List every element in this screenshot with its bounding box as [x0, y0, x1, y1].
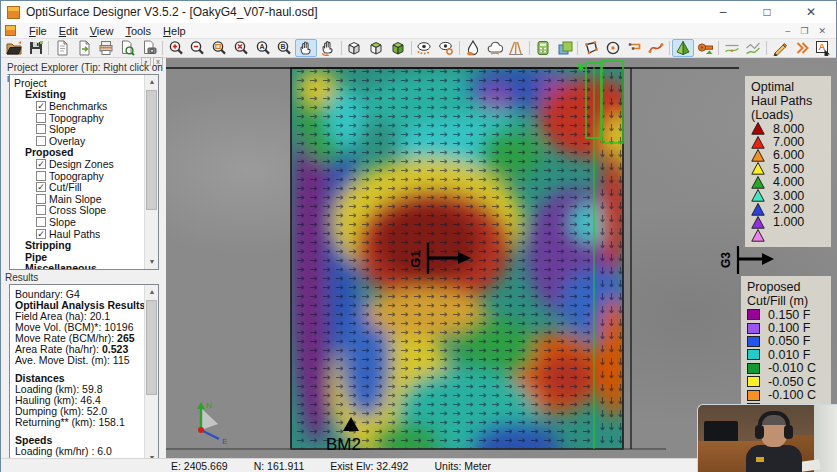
mdi-close-button[interactable]: ✕ — [818, 26, 826, 36]
draw-polygon-button[interactable] — [580, 39, 602, 57]
legend-title: (Loads) — [751, 108, 825, 122]
tree-item-main-slope[interactable]: Main Slope — [10, 193, 144, 205]
menu-help[interactable]: Help — [157, 24, 192, 38]
results-scroll-thumb[interactable] — [146, 300, 157, 395]
checkbox-checked[interactable]: ✓ — [36, 101, 46, 111]
tree-item-stripping[interactable]: Stripping — [10, 239, 144, 251]
menu-view[interactable]: View — [84, 24, 120, 38]
menu-file[interactable]: File — [23, 24, 53, 38]
legend-title: Proposed — [747, 280, 825, 294]
haul-legend-value: 2.000 — [773, 202, 804, 216]
draw-curve-button[interactable] — [646, 39, 668, 57]
save-file-button[interactable] — [25, 39, 47, 57]
view-3d-button[interactable] — [344, 39, 366, 57]
cutfill-legend-entry: -0.010 C — [747, 362, 825, 375]
profile-chart-button[interactable] — [721, 39, 743, 57]
scroll-up-icon[interactable]: ▲ — [145, 285, 159, 299]
results-scrollbar[interactable]: ▲ ▼ — [144, 285, 158, 465]
checkbox-unchecked[interactable] — [36, 113, 46, 123]
haul-legend-entry — [751, 229, 825, 242]
menu-edit[interactable]: Edit — [53, 24, 84, 38]
tree-item-pipe[interactable]: Pipe — [10, 251, 144, 263]
print-preview-button[interactable] — [117, 39, 139, 57]
zoom-b-button[interactable]: B — [273, 39, 295, 57]
checkbox-unchecked[interactable] — [36, 136, 46, 146]
tree-item-slope[interactable]: Slope — [10, 123, 144, 135]
checkbox-checked[interactable]: ✓ — [36, 229, 46, 239]
water-drop-button[interactable] — [462, 39, 484, 57]
layers-icon — [557, 40, 573, 56]
tree-item-design-zones[interactable]: ✓Design Zones — [10, 158, 144, 170]
checkbox-unchecked[interactable] — [36, 217, 46, 227]
status-northing: N: 161.911 — [254, 460, 305, 472]
tree-item-label: Slope — [49, 216, 76, 228]
checkbox-checked[interactable]: ✓ — [36, 159, 46, 169]
tree-item-topography[interactable]: Topography — [10, 112, 144, 124]
checkbox-unchecked[interactable] — [36, 171, 46, 181]
tree-item-cross-slope[interactable]: Cross Slope — [10, 205, 144, 217]
tree-item-proposed[interactable]: Proposed — [10, 147, 144, 159]
tree-item-slope[interactable]: Slope — [10, 216, 144, 228]
add-label-button[interactable]: A — [812, 39, 834, 57]
haul-legend-value: 8.000 — [773, 122, 804, 136]
checkbox-checked[interactable]: ✓ — [36, 182, 46, 192]
zoom-in-button[interactable] — [165, 39, 187, 57]
haul-triangle-icon — [751, 162, 765, 175]
tree-item-benchmarks[interactable]: ✓Benchmarks — [10, 100, 144, 112]
tree-item-overlay[interactable]: Overlay — [10, 135, 144, 147]
more-tools-button[interactable] — [791, 39, 813, 57]
water-drop-icon — [465, 40, 481, 56]
draw-offset-button[interactable] — [624, 39, 646, 57]
tree-scrollbar[interactable]: ▲ ▼ — [144, 75, 158, 269]
checkbox-unchecked[interactable] — [36, 124, 46, 134]
import-document-button[interactable] — [51, 39, 73, 57]
zoom-cancel-button[interactable] — [230, 39, 252, 57]
open-file-button[interactable] — [3, 39, 25, 57]
checkbox-unchecked[interactable] — [36, 205, 46, 215]
pan-button[interactable] — [295, 39, 317, 57]
haul-triangle-icon — [751, 216, 765, 229]
furrows-button[interactable] — [505, 39, 527, 57]
tree-item-haul-paths[interactable]: ✓Haul Paths — [10, 228, 144, 240]
weather-button[interactable] — [484, 39, 506, 57]
tree-item-project[interactable]: Project — [10, 77, 144, 89]
close-button[interactable]: ✕ — [800, 5, 822, 19]
map-canvas[interactable]: G1 G3 BM2 N E — [166, 58, 837, 458]
draw-offset-icon — [627, 40, 643, 56]
zoom-out-button[interactable] — [187, 39, 209, 57]
earthworks-button[interactable] — [694, 39, 716, 57]
view-3d-solid-button[interactable] — [387, 39, 409, 57]
tree-scroll-thumb[interactable] — [146, 90, 157, 210]
toolbar-separator — [577, 41, 578, 55]
haul-legend-entry: 4.000 — [751, 176, 825, 189]
scroll-up-icon[interactable]: ▲ — [145, 75, 159, 89]
snapshot-report-button[interactable] — [138, 39, 160, 57]
zoom-a-button[interactable]: A — [252, 39, 274, 57]
checkbox-unchecked[interactable] — [36, 194, 46, 204]
export-document-button[interactable] — [73, 39, 95, 57]
tree-item-miscellaneous[interactable]: Miscellaneous — [10, 263, 144, 271]
section-chart-button[interactable] — [742, 39, 764, 57]
print-button[interactable] — [95, 39, 117, 57]
scroll-down-icon[interactable]: ▼ — [145, 255, 159, 269]
measure-button[interactable] — [769, 39, 791, 57]
tree-item-cut-fill[interactable]: ✓Cut/Fill — [10, 181, 144, 193]
show-contours-button[interactable] — [435, 39, 457, 57]
tree-item-topography[interactable]: Topography — [10, 170, 144, 182]
haul-paths-legend: Optimal Haul Paths (Loads) 8.0007.0006.0… — [745, 76, 831, 247]
draw-circle-button[interactable] — [602, 39, 624, 57]
orbit-button[interactable] — [317, 39, 339, 57]
menu-tools[interactable]: Tools — [119, 24, 157, 38]
calculate-button[interactable] — [532, 39, 554, 57]
maximize-button[interactable]: □ — [756, 5, 778, 19]
design-surface-button[interactable] — [672, 39, 694, 57]
minimize-button[interactable]: – — [712, 5, 734, 19]
g3-marker[interactable]: G3 — [719, 246, 774, 274]
zoom-window-button[interactable] — [208, 39, 230, 57]
mdi-minimize-button[interactable]: – — [785, 26, 790, 36]
view-3d-surface-button[interactable] — [365, 39, 387, 57]
mdi-restore-button[interactable]: ❐ — [800, 26, 808, 36]
show-points-button[interactable] — [414, 39, 436, 57]
tree-item-existing[interactable]: Existing — [10, 89, 144, 101]
layers-button[interactable] — [554, 39, 576, 57]
